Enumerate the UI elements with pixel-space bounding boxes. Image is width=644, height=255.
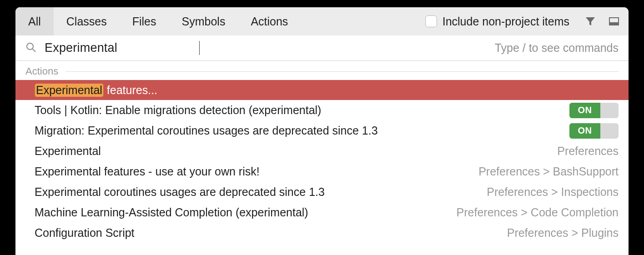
svg-rect-1 xyxy=(609,22,619,25)
section-header-label: Actions xyxy=(25,65,58,77)
result-label-rest: features... xyxy=(104,84,157,96)
tab-symbols[interactable]: Symbols xyxy=(169,7,238,35)
result-path: Preferences > BashSupport xyxy=(478,165,619,178)
pin-window-button[interactable] xyxy=(606,13,622,30)
result-row[interactable]: Experimental coroutines usages are depre… xyxy=(15,182,629,202)
result-label: Experimental features - use at your own … xyxy=(35,165,478,178)
toggle-on-label: ON xyxy=(569,103,600,118)
scope-tabbar: All Classes Files Symbols Actions Includ… xyxy=(15,7,629,35)
result-label: Experimental features... xyxy=(35,84,619,97)
result-row[interactable]: Machine Learning-Assisted Completion (ex… xyxy=(15,202,629,223)
result-path: Preferences > Inspections xyxy=(487,185,619,199)
result-label: Machine Learning-Assisted Completion (ex… xyxy=(35,206,457,219)
search-input[interactable] xyxy=(36,41,200,55)
result-label: Migration: Experimental coroutines usage… xyxy=(35,124,569,137)
svg-point-2 xyxy=(27,43,33,50)
result-row[interactable]: Experimental Preferences xyxy=(15,141,629,161)
result-path: Preferences xyxy=(557,145,619,158)
toggle-switch[interactable]: ON xyxy=(569,103,619,118)
tab-actions[interactable]: Actions xyxy=(238,7,301,35)
search-hint: Type / to see commands xyxy=(495,41,619,55)
result-path: Preferences > Code Completion xyxy=(457,206,619,219)
search-icon xyxy=(25,42,36,55)
tab-all[interactable]: All xyxy=(15,7,54,35)
result-row-selected[interactable]: Experimental features... xyxy=(15,80,629,100)
tab-classes[interactable]: Classes xyxy=(54,7,120,35)
svg-line-3 xyxy=(33,49,36,52)
result-row[interactable]: Experimental features - use at your own … xyxy=(15,161,629,182)
result-label: Configuration Script xyxy=(35,226,507,240)
filter-button[interactable] xyxy=(582,13,599,30)
match-highlight: Experimental xyxy=(35,84,104,97)
search-everywhere-popup: All Classes Files Symbols Actions Includ… xyxy=(15,7,629,255)
result-row[interactable]: Configuration Script Preferences > Plugi… xyxy=(15,223,629,243)
divider xyxy=(65,71,619,72)
window-icon xyxy=(609,16,619,27)
toggle-on-label: ON xyxy=(569,123,600,139)
result-path: Preferences > Plugins xyxy=(507,226,619,240)
include-non-project-toggle[interactable]: Include non-project items xyxy=(425,15,579,28)
result-label: Experimental xyxy=(35,145,557,158)
toggle-switch[interactable]: ON xyxy=(569,123,619,139)
section-header-actions: Actions xyxy=(15,61,629,80)
result-label: Experimental coroutines usages are depre… xyxy=(35,185,487,199)
result-row[interactable]: Migration: Experimental coroutines usage… xyxy=(15,120,629,141)
funnel-icon xyxy=(585,16,596,27)
include-non-project-label: Include non-project items xyxy=(443,15,569,28)
result-label: Tools | Kotlin: Enable migrations detect… xyxy=(35,104,569,117)
search-bar: Type / to see commands xyxy=(15,35,629,61)
checkbox-icon[interactable] xyxy=(425,15,437,27)
result-row[interactable]: Tools | Kotlin: Enable migrations detect… xyxy=(15,100,629,120)
tab-files[interactable]: Files xyxy=(120,7,169,35)
